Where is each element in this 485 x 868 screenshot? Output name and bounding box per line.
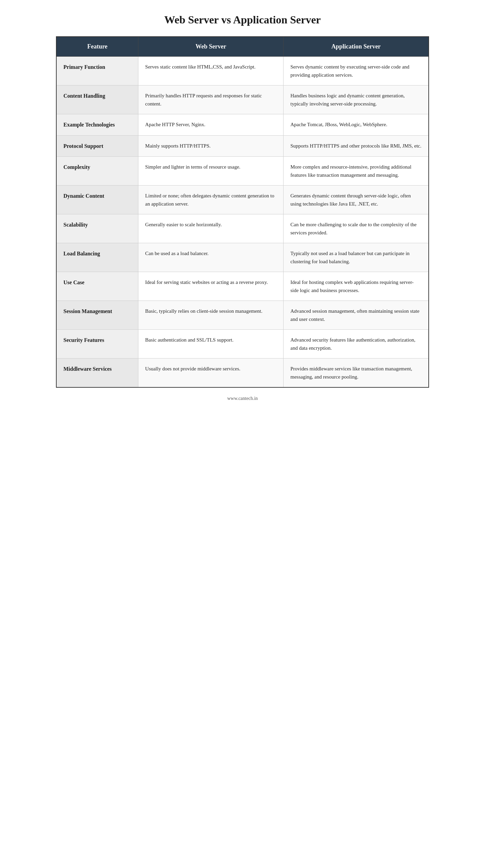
comparison-table: Feature Web Server Application Server Pr… [56,36,429,388]
table-row: Primary FunctionServes static content li… [56,57,429,85]
feature-label: Primary Function [56,57,138,85]
table-row: Content HandlingPrimarily handles HTTP r… [56,85,429,114]
table-row: Session ManagementBasic, typically relie… [56,301,429,330]
app-server-cell: Serves dynamic content by executing serv… [284,57,429,85]
web-server-cell: Apache HTTP Server, Nginx. [138,114,284,136]
feature-label: Use Case [56,272,138,301]
web-server-cell: Ideal for serving static websites or act… [138,272,284,301]
header-app-server: Application Server [284,37,429,57]
page-title: Web Server vs Application Server [164,14,321,26]
table-row: Protocol SupportMainly supports HTTP/HTT… [56,135,429,157]
app-server-cell: Advanced session management, often maint… [284,301,429,330]
app-server-cell: Typically not used as a load balancer bu… [284,243,429,272]
feature-label: Protocol Support [56,135,138,157]
web-server-cell: Serves static content like HTML,CSS, and… [138,57,284,85]
app-server-cell: Handles business logic and dynamic conte… [284,85,429,114]
table-row: Use CaseIdeal for serving static website… [56,272,429,301]
feature-label: Middleware Services [56,359,138,388]
header-web-server: Web Server [138,37,284,57]
web-server-cell: Mainly supports HTTP/HTTPS. [138,135,284,157]
footer-url: www.cantech.in [227,396,258,401]
web-server-cell: Generally easier to scale horizontally. [138,214,284,243]
feature-label: Content Handling [56,85,138,114]
table-row: Dynamic ContentLimited or none; often de… [56,186,429,214]
feature-label: Load Balancing [56,243,138,272]
table-row: ComplexitySimpler and lighter in terms o… [56,157,429,186]
web-server-cell: Primarily handles HTTP requests and resp… [138,85,284,114]
web-server-cell: Basic, typically relies on client-side s… [138,301,284,330]
app-server-cell: Can be more challenging to scale due to … [284,214,429,243]
table-row: ScalabilityGenerally easier to scale hor… [56,214,429,243]
app-server-cell: Generates dynamic content through server… [284,186,429,214]
web-server-cell: Basic authentication and SSL/TLS support… [138,330,284,359]
table-row: Security FeaturesBasic authentication an… [56,330,429,359]
header-feature: Feature [56,37,138,57]
web-server-cell: Limited or none; often delegates dynamic… [138,186,284,214]
web-server-cell: Can be used as a load balancer. [138,243,284,272]
table-row: Middleware ServicesUsually does not prov… [56,359,429,388]
web-server-cell: Usually does not provide middleware serv… [138,359,284,388]
feature-label: Dynamic Content [56,186,138,214]
feature-label: Complexity [56,157,138,186]
app-server-cell: Supports HTTP/HTTPS and other protocols … [284,135,429,157]
table-row: Example TechnologiesApache HTTP Server, … [56,114,429,136]
feature-label: Session Management [56,301,138,330]
app-server-cell: Advanced security features like authenti… [284,330,429,359]
app-server-cell: Ideal for hosting complex web applicatio… [284,272,429,301]
app-server-cell: Apache Tomcat, JBoss, WebLogic, WebSpher… [284,114,429,136]
feature-label: Scalability [56,214,138,243]
feature-label: Security Features [56,330,138,359]
feature-label: Example Technologies [56,114,138,136]
app-server-cell: Provides middleware services like transa… [284,359,429,388]
web-server-cell: Simpler and lighter in terms of resource… [138,157,284,186]
app-server-cell: More complex and resource-intensive, pro… [284,157,429,186]
table-row: Load BalancingCan be used as a load bala… [56,243,429,272]
